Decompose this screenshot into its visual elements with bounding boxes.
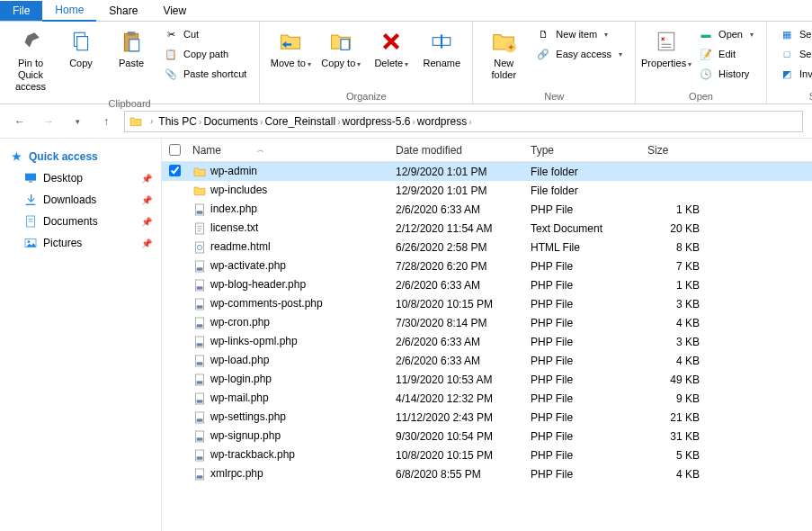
column-headers: Name︿ Date modified Type Size	[162, 139, 812, 162]
txt-icon	[192, 221, 207, 236]
paste-button[interactable]: Paste	[106, 23, 156, 73]
pin-icon	[16, 27, 45, 56]
file-type: File folder	[531, 166, 647, 178]
php-icon	[192, 335, 207, 349]
header-date[interactable]: Date modified	[396, 139, 531, 161]
file-date: 11/9/2020 10:53 AM	[396, 374, 531, 386]
file-row[interactable]: wp-blog-header.php2/6/2020 6:33 AMPHP Fi…	[162, 275, 812, 294]
folder-icon	[192, 184, 207, 198]
file-size: 31 KB	[647, 430, 710, 443]
file-row[interactable]: wp-cron.php7/30/2020 8:14 PMPHP File4 KB	[162, 313, 812, 332]
breadcrumb-item[interactable]: wordpress	[415, 115, 468, 128]
tab-view[interactable]: View	[150, 1, 199, 21]
easyaccess-button[interactable]: 🔗Easy access▾	[532, 45, 626, 63]
rename-button[interactable]: Rename	[416, 23, 467, 73]
sidebar-quickaccess[interactable]: ★ Quick access	[4, 146, 157, 167]
file-row[interactable]: readme.html6/26/2020 2:58 PMHTML File8 K…	[162, 238, 812, 256]
back-button[interactable]: ←	[9, 111, 31, 132]
properties-icon	[652, 27, 681, 56]
file-row[interactable]: wp-login.php11/9/2020 10:53 AMPHP File49…	[162, 370, 812, 389]
edit-icon: 📝	[699, 47, 713, 61]
tab-home[interactable]: Home	[42, 0, 96, 22]
scissors-icon: ✂	[164, 27, 178, 41]
selectall-button[interactable]: ▦Select all	[776, 25, 812, 43]
svg-rect-40	[197, 362, 203, 364]
file-type: PHP File	[531, 336, 647, 348]
recent-dropdown[interactable]: ▾	[67, 111, 88, 132]
selectall-checkbox[interactable]	[169, 144, 181, 156]
header-size[interactable]: Size	[647, 139, 710, 161]
svg-rect-5	[341, 40, 349, 50]
file-row[interactable]: wp-mail.php4/14/2020 12:32 PMPHP File9 K…	[162, 389, 812, 408]
pasteshortcut-button[interactable]: 📎Paste shortcut	[160, 65, 250, 83]
file-size: 20 KB	[647, 222, 710, 235]
moveto-button[interactable]: Move to▾	[265, 23, 316, 74]
php-icon	[192, 410, 207, 425]
tab-file[interactable]: File	[0, 1, 42, 21]
file-row[interactable]: wp-admin12/9/2020 1:01 PMFile folder	[162, 162, 812, 181]
group-select: ▦Select all □Select none ◩Invert selecti…	[767, 22, 812, 104]
file-row[interactable]: wp-settings.php11/12/2020 2:43 PMPHP Fil…	[162, 408, 812, 427]
delete-button[interactable]: Delete▾	[366, 23, 416, 74]
breadcrumb-item[interactable]: Documents	[201, 115, 260, 128]
copyto-button[interactable]: Copy to▾	[316, 23, 366, 74]
file-row[interactable]: wp-load.php2/6/2020 6:33 AMPHP File4 KB	[162, 351, 812, 370]
breadcrumb-item[interactable]: wordpress-5.6	[340, 115, 412, 128]
invertselection-button[interactable]: ◩Invert selection	[776, 65, 812, 83]
file-name: wp-login.php	[210, 373, 272, 385]
breadcrumb-item[interactable]: This PC	[156, 115, 199, 128]
svg-rect-4	[129, 40, 139, 51]
chevron-right-icon[interactable]: ›	[150, 116, 153, 126]
tab-share[interactable]: Share	[96, 1, 150, 21]
sidebar-item-documents[interactable]: Documents📌	[4, 211, 157, 232]
breadcrumb[interactable]: › This PC›Documents›Core_Reinstall›wordp…	[124, 111, 803, 132]
file-size: 7 KB	[647, 260, 710, 273]
sort-caret-icon: ︿	[257, 145, 264, 155]
file-size: 4 KB	[647, 468, 710, 481]
newitem-button[interactable]: 🗋New item▾	[532, 25, 626, 43]
properties-button[interactable]: Properties▾	[641, 23, 692, 74]
row-checkbox[interactable]	[169, 165, 181, 176]
file-name: wp-admin	[210, 165, 257, 177]
history-button[interactable]: 🕓History	[695, 65, 757, 83]
file-row[interactable]: wp-signup.php9/30/2020 10:54 PMPHP File3…	[162, 427, 812, 446]
selectnone-button[interactable]: □Select none	[776, 45, 812, 63]
copy-button[interactable]: Copy	[56, 23, 106, 73]
file-row[interactable]: wp-includes12/9/2020 1:01 PMFile folder	[162, 181, 812, 200]
sidebar-item-desktop[interactable]: Desktop📌	[4, 167, 157, 189]
file-date: 12/9/2020 1:01 PM	[396, 184, 531, 197]
up-button[interactable]: ↑	[95, 111, 117, 132]
shortcut-icon: 📎	[164, 67, 178, 81]
header-type[interactable]: Type	[531, 139, 647, 161]
file-date: 10/8/2020 10:15 PM	[396, 298, 531, 310]
file-row[interactable]: wp-comments-post.php10/8/2020 10:15 PMPH…	[162, 294, 812, 313]
sidebar-item-pictures[interactable]: Pictures📌	[4, 232, 157, 254]
php-icon	[192, 259, 207, 274]
php-icon	[192, 467, 207, 482]
sidebar-item-downloads[interactable]: Downloads📌	[4, 189, 157, 211]
chevron-down-icon: ▾	[619, 50, 622, 58]
newfolder-button[interactable]: ✦ New folder	[478, 23, 529, 85]
open-button[interactable]: ▬Open▾	[695, 25, 757, 43]
forward-button[interactable]: →	[38, 111, 59, 132]
file-row[interactable]: wp-trackback.php10/8/2020 10:15 PMPHP Fi…	[162, 446, 812, 464]
copypath-button[interactable]: 📋Copy path	[160, 45, 250, 63]
svg-rect-50	[197, 456, 203, 459]
downloads-icon	[23, 193, 38, 207]
header-checkbox[interactable]	[162, 139, 189, 161]
file-row[interactable]: license.txt2/12/2020 11:54 AMText Docume…	[162, 219, 812, 238]
main-area: ★ Quick access Desktop📌Downloads📌Documen…	[0, 139, 812, 531]
group-clipboard: Pin to Quick access Copy Paste ✂Cut 📋Cop…	[0, 22, 260, 104]
breadcrumb-item[interactable]: Core_Reinstall	[263, 115, 337, 128]
file-row[interactable]: wp-links-opml.php2/6/2020 6:33 AMPHP Fil…	[162, 332, 812, 351]
file-name: wp-links-opml.php	[210, 335, 298, 347]
file-name: wp-signup.php	[210, 429, 281, 442]
cut-button[interactable]: ✂Cut	[160, 25, 250, 43]
edit-button[interactable]: 📝Edit	[695, 45, 757, 63]
header-name[interactable]: Name︿	[189, 139, 396, 161]
file-row[interactable]: xmlrpc.php6/8/2020 8:55 PMPHP File4 KB	[162, 464, 812, 483]
pin-quickaccess-button[interactable]: Pin to Quick access	[5, 23, 56, 96]
file-row[interactable]: index.php2/6/2020 6:33 AMPHP File1 KB	[162, 200, 812, 219]
file-row[interactable]: wp-activate.php7/28/2020 6:20 PMPHP File…	[162, 256, 812, 275]
chevron-right-icon[interactable]: ›	[468, 117, 471, 127]
